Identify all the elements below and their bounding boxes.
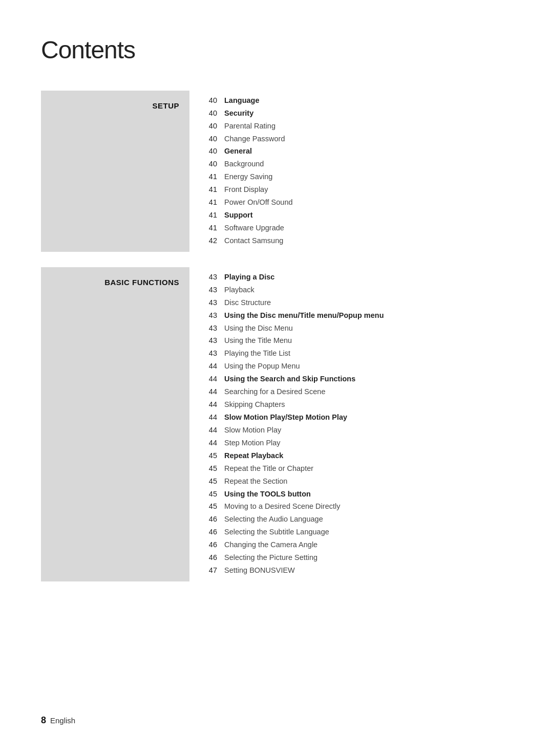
toc-entry: 44Slow Motion Play/Step Motion Play [205, 412, 512, 424]
toc-entry-text: Energy Saving [224, 171, 272, 183]
toc-page-number: 40 [205, 145, 224, 158]
toc-entry: 43Using the Disc Menu [205, 322, 512, 335]
toc-entry-text: Software Upgrade [224, 222, 284, 234]
section-label-setup: SETUP [41, 91, 189, 252]
toc-entry-text: Setting BONUSVIEW [224, 565, 295, 577]
toc-entry-text: Selecting the Audio Language [224, 513, 323, 526]
toc-page-number: 40 [205, 158, 224, 170]
toc-entry: 44Using the Search and Skip Functions [205, 373, 512, 385]
toc-page-number: 43 [205, 297, 224, 309]
toc-entry-text: Changing the Camera Angle [224, 539, 317, 551]
toc-page-number: 46 [205, 526, 224, 538]
toc-page-number: 43 [205, 271, 224, 284]
toc-page-number: 46 [205, 552, 224, 564]
toc-entry-text: Disc Structure [224, 297, 271, 309]
toc-entry-text: Repeat Playback [224, 450, 283, 462]
toc-entry: 44Step Motion Play [205, 437, 512, 449]
toc-page-number: 44 [205, 437, 224, 449]
toc-page-number: 46 [205, 539, 224, 551]
toc-page-number: 44 [205, 424, 224, 437]
toc-entry: 45Using the TOOLS button [205, 488, 512, 501]
toc-page-number: 41 [205, 171, 224, 183]
section-content-setup: 40Language40Security40Parental Rating40C… [189, 91, 512, 252]
toc-page-number: 43 [205, 322, 224, 335]
toc-page-number: 43 [205, 284, 224, 296]
toc-entry: 40Security [205, 107, 512, 120]
toc-entry-text: Playing the Title List [224, 348, 290, 360]
toc-entry: 41Power On/Off Sound [205, 197, 512, 209]
toc-entry: 41Energy Saving [205, 171, 512, 183]
toc-entry: 45Repeat Playback [205, 450, 512, 462]
toc-page-number: 40 [205, 95, 224, 107]
footer: 8 English [41, 713, 75, 728]
toc-entry-text: Language [224, 95, 259, 107]
toc-entry-text: Contact Samsung [224, 235, 283, 247]
section-content-basic-functions: 43Playing a Disc43Playback43Disc Structu… [189, 267, 512, 581]
toc-entry: 41Software Upgrade [205, 222, 512, 234]
toc-entry: 44Using the Popup Menu [205, 360, 512, 373]
section-setup: SETUP40Language40Security40Parental Rati… [41, 91, 512, 252]
toc-page-number: 40 [205, 120, 224, 133]
toc-page-number: 44 [205, 412, 224, 424]
toc-entry-text: Skipping Chapters [224, 399, 285, 411]
toc-entry-text: Slow Motion Play/Step Motion Play [224, 412, 347, 424]
toc-page-number: 45 [205, 450, 224, 462]
toc-entry: 43Playing the Title List [205, 348, 512, 360]
toc-page-number: 45 [205, 476, 224, 488]
toc-page-number: 45 [205, 501, 224, 513]
toc-page-number: 41 [205, 197, 224, 209]
toc-entry-text: Moving to a Desired Scene Directly [224, 501, 340, 513]
toc-entry-text: Selecting the Picture Setting [224, 552, 317, 564]
toc-entry: 45Repeat the Section [205, 476, 512, 488]
toc-page-number: 40 [205, 133, 224, 145]
toc-entry: 44Slow Motion Play [205, 424, 512, 437]
toc-entry-text: Using the Title Menu [224, 335, 292, 347]
toc-entry-text: Selecting the Subtitle Language [224, 526, 329, 538]
toc-page-number: 44 [205, 399, 224, 411]
toc-page-number: 42 [205, 235, 224, 247]
toc-entry: 40Parental Rating [205, 120, 512, 133]
toc-entry-text: Searching for a Desired Scene [224, 386, 325, 398]
toc-entry: 45Repeat the Title or Chapter [205, 463, 512, 475]
toc-entry: 41Support [205, 209, 512, 222]
toc-entry: 43Disc Structure [205, 297, 512, 309]
toc-entry-text: Security [224, 107, 253, 120]
toc-entry-text: Slow Motion Play [224, 424, 281, 437]
toc-entry: 42Contact Samsung [205, 235, 512, 247]
page-title: Contents [41, 31, 512, 70]
toc-page-number: 43 [205, 310, 224, 322]
toc-entry-text: Repeat the Section [224, 476, 287, 488]
toc-entry-text: Power On/Off Sound [224, 197, 293, 209]
section-basic-functions: BASIC FUNCTIONS43Playing a Disc43Playbac… [41, 267, 512, 581]
toc-entry: 46Selecting the Picture Setting [205, 552, 512, 564]
toc-entry-text: Using the Search and Skip Functions [224, 373, 355, 385]
toc-entry-text: Using the TOOLS button [224, 488, 311, 501]
toc-entry: 43Playback [205, 284, 512, 296]
toc-entry: 44Skipping Chapters [205, 399, 512, 411]
toc-entry-text: Playing a Disc [224, 271, 274, 284]
toc-entry-text: Front Display [224, 184, 268, 196]
toc-entry: 40Language [205, 95, 512, 107]
toc-entry-text: Using the Disc menu/Title menu/Popup men… [224, 310, 384, 322]
toc-entry-text: Parental Rating [224, 120, 275, 133]
toc-page-number: 44 [205, 360, 224, 373]
toc-entry: 40Background [205, 158, 512, 170]
section-label-basic-functions: BASIC FUNCTIONS [41, 267, 189, 581]
toc-page-number: 41 [205, 209, 224, 222]
toc-entry: 46Selecting the Audio Language [205, 513, 512, 526]
toc-entry-text: Background [224, 158, 264, 170]
toc-entry: 47Setting BONUSVIEW [205, 565, 512, 577]
toc-entry-text: Change Password [224, 133, 285, 145]
toc-entry: 43Playing a Disc [205, 271, 512, 284]
toc-page-number: 47 [205, 565, 224, 577]
toc-entry-text: Repeat the Title or Chapter [224, 463, 313, 475]
toc-page-number: 44 [205, 386, 224, 398]
toc-entry-text: Using the Disc Menu [224, 322, 293, 335]
toc-entry-text: General [224, 145, 252, 158]
toc-page-number: 45 [205, 488, 224, 501]
toc-page-number: 41 [205, 222, 224, 234]
toc-entry: 46Changing the Camera Angle [205, 539, 512, 551]
toc-entry: 40Change Password [205, 133, 512, 145]
toc-page-number: 43 [205, 348, 224, 360]
toc-entry-text: Step Motion Play [224, 437, 281, 449]
